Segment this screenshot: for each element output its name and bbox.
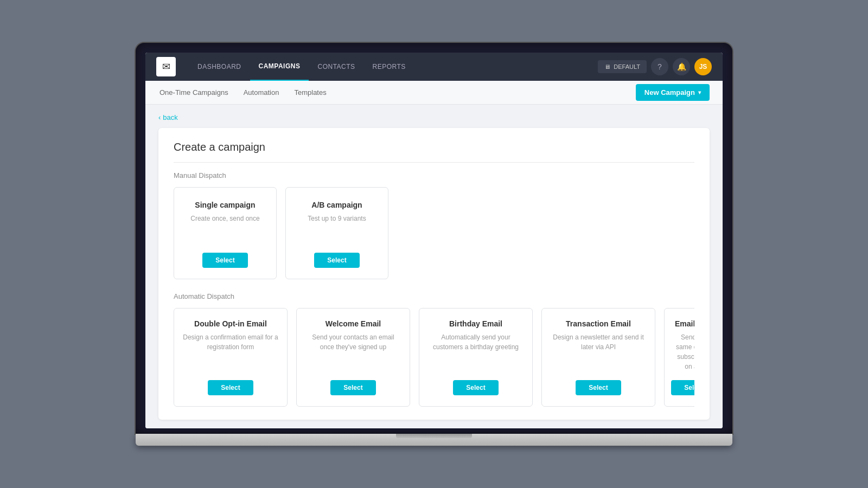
single-campaign-select-button[interactable]: Select [202,253,247,268]
welcome-email-title: Welcome Email [305,319,401,328]
double-optin-desc: Design a confirmation email for a regist… [183,332,278,352]
back-label: back [163,113,177,121]
email-series-title: Email Se... [673,319,694,328]
sub-nav: One-Time Campaigns Automation Templates … [145,81,723,105]
sub-nav-one-time[interactable]: One-Time Campaigns [158,80,229,104]
welcome-email-card: Welcome Email Send your contacts an emai… [296,308,410,407]
double-optin-card: Double Opt-in Email Design a confirmatio… [174,308,288,407]
avatar-initials: JS [699,63,707,70]
single-campaign-desc: Create once, send once [190,214,259,223]
bell-icon: 🔔 [677,62,686,71]
double-optin-select-button[interactable]: Select [208,380,253,395]
birthday-email-desc: Automatically send your customers a birt… [428,332,524,352]
nav-campaigns[interactable]: CAMPAIGNS [250,53,309,81]
email-series-select-button[interactable]: Select [671,380,694,395]
screen-inner: ✉ DASHBOARD CAMPAIGNS CONTACTS REPORTS 🖥… [145,53,723,428]
manual-dispatch-label: Manual Dispatch [174,171,694,179]
sub-nav-links: One-Time Campaigns Automation Templates [158,80,636,104]
back-link[interactable]: ‹ back [158,113,710,121]
laptop-base [136,434,732,446]
default-label: DEFAULT [614,63,640,70]
monitor-icon: 🖥 [604,63,610,70]
user-avatar[interactable]: JS [694,58,712,75]
create-panel: Create a campaign Manual Dispatch Single… [158,128,710,420]
double-optin-title: Double Opt-in Email [183,319,278,328]
birthday-email-title: Birthday Email [428,319,524,328]
email-series-desc: Send the same ema... subscribers on a... [673,332,694,371]
transaction-email-title: Transaction Email [551,319,646,328]
help-icon: ? [658,62,662,71]
transaction-email-card: Transaction Email Design a newsletter an… [541,308,655,407]
laptop-screen: ✉ DASHBOARD CAMPAIGNS CONTACTS REPORTS 🖥… [136,43,732,434]
single-campaign-title: Single campaign [190,201,259,209]
new-campaign-button[interactable]: New Campaign ▾ [636,84,710,101]
nav-logo: ✉ [156,57,176,76]
transaction-email-select-button[interactable]: Select [576,380,621,395]
birthday-email-card: Birthday Email Automatically send your c… [419,308,533,407]
automatic-dispatch-label: Automatic Dispatch [174,292,694,300]
ab-campaign-desc: Test up to 9 variants [308,214,366,223]
sub-nav-automation[interactable]: Automation [242,80,280,104]
sub-nav-templates[interactable]: Templates [293,80,327,104]
notifications-button[interactable]: 🔔 [673,58,690,75]
welcome-email-select-button[interactable]: Select [330,380,375,395]
nav-contacts[interactable]: CONTACTS [309,53,363,81]
laptop-frame: ✉ DASHBOARD CAMPAIGNS CONTACTS REPORTS 🖥… [136,43,732,446]
ab-campaign-title: A/B campaign [308,201,366,209]
welcome-email-desc: Send your contacts an email once they've… [305,332,401,352]
nav-dashboard[interactable]: DASHBOARD [189,53,250,81]
default-button[interactable]: 🖥 DEFAULT [598,60,647,73]
logo-icon: ✉ [162,61,170,73]
chevron-left-icon: ‹ [158,113,161,121]
single-campaign-card: Single campaign Create once, send once S… [174,187,277,279]
new-campaign-label: New Campaign [644,88,695,97]
email-series-card: Email Se... Send the same ema... subscri… [664,308,694,407]
create-title: Create a campaign [174,141,694,163]
auto-cards-row: Double Opt-in Email Design a confirmatio… [174,308,694,407]
ab-campaign-select-button[interactable]: Select [314,253,359,268]
nav-reports[interactable]: REPORTS [364,53,414,81]
birthday-email-select-button[interactable]: Select [453,380,498,395]
help-button[interactable]: ? [651,58,668,75]
ab-campaign-card: A/B campaign Test up to 9 variants Selec… [285,187,388,279]
transaction-email-desc: Design a newsletter and send it later vi… [551,332,646,352]
nav-links: DASHBOARD CAMPAIGNS CONTACTS REPORTS [189,53,598,81]
manual-cards-row: Single campaign Create once, send once S… [174,187,694,279]
content-area: ‹ back Create a campaign Manual Dispatch… [145,105,723,428]
top-nav: ✉ DASHBOARD CAMPAIGNS CONTACTS REPORTS 🖥… [145,53,723,81]
dropdown-arrow-icon: ▾ [698,89,701,95]
nav-right: 🖥 DEFAULT ? 🔔 JS [598,58,712,75]
